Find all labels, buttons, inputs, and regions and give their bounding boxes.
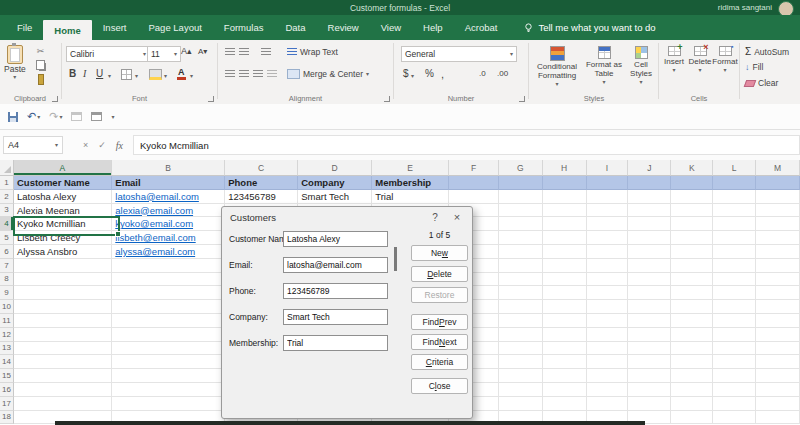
email-field[interactable] (283, 257, 388, 273)
fill-color-dropdown-icon[interactable]: ▾ (164, 73, 167, 79)
cell-B8[interactable] (112, 273, 225, 287)
cell-M11[interactable] (756, 314, 800, 328)
cell-G10[interactable] (499, 300, 543, 314)
tell-me-box[interactable]: Tell me what you want to do (524, 15, 655, 40)
cell-C2[interactable]: 123456789 (225, 190, 298, 204)
cell-G13[interactable] (499, 342, 543, 356)
cell-M10[interactable] (756, 300, 800, 314)
copy-icon[interactable] (36, 60, 45, 70)
cell-J16[interactable] (628, 383, 671, 397)
cell-M7[interactable] (756, 259, 800, 273)
row-header-5[interactable]: 5 (0, 231, 14, 245)
clipboard-dialog-launcher[interactable] (52, 96, 58, 102)
cell-F2[interactable] (449, 190, 499, 204)
cell-K6[interactable] (671, 245, 713, 259)
cell-F1[interactable] (449, 176, 499, 190)
column-header-D[interactable]: D (298, 160, 372, 176)
cell-L16[interactable] (713, 383, 756, 397)
tab-review[interactable]: Review (317, 15, 370, 40)
cell-I8[interactable] (587, 273, 629, 287)
align-left-icon[interactable] (225, 70, 235, 78)
cell-B13[interactable] (112, 342, 225, 356)
cell-H15[interactable] (543, 369, 587, 383)
cell-L18[interactable] (713, 411, 756, 425)
cell-J17[interactable] (628, 397, 671, 411)
decrease-font-icon[interactable]: A▾ (198, 47, 207, 56)
cell-E1[interactable]: Membership (372, 176, 449, 190)
column-header-C[interactable]: C (225, 160, 298, 176)
tab-acrobat[interactable]: Acrobat (454, 15, 509, 40)
row-header-8[interactable]: 8 (0, 273, 14, 287)
cell-H1[interactable] (543, 176, 587, 190)
cell-L9[interactable] (713, 286, 756, 300)
cell-J5[interactable] (628, 231, 671, 245)
cell-L5[interactable] (713, 231, 756, 245)
cell-G6[interactable] (499, 245, 543, 259)
cell-G15[interactable] (499, 369, 543, 383)
column-header-M[interactable]: M (756, 160, 800, 176)
cell-L12[interactable] (713, 328, 756, 342)
row-header-4[interactable]: 4 (0, 217, 14, 231)
cell-I1[interactable] (587, 176, 629, 190)
cell-M1[interactable] (756, 176, 800, 190)
cell-styles-button[interactable]: Cell Styles ▾ (625, 46, 657, 85)
cell-M8[interactable] (756, 273, 800, 287)
cell-I10[interactable] (587, 300, 629, 314)
cell-D2[interactable]: Smart Tech (298, 190, 372, 204)
criteria-button[interactable]: Criteria (411, 354, 468, 370)
cell-I13[interactable] (587, 342, 629, 356)
cell-K14[interactable] (671, 355, 713, 369)
cell-G14[interactable] (499, 355, 543, 369)
find-next-button[interactable]: Find Next (411, 334, 468, 350)
font-color-icon[interactable]: A (177, 68, 186, 80)
cell-K4[interactable] (671, 217, 713, 231)
cell-A16[interactable] (14, 383, 112, 397)
cell-L7[interactable] (713, 259, 756, 273)
cell-I2[interactable] (587, 190, 629, 204)
cell-I14[interactable] (587, 355, 629, 369)
font-size-select[interactable]: 11▾ (147, 46, 181, 62)
cell-J4[interactable] (628, 217, 671, 231)
cell-A17[interactable] (14, 397, 112, 411)
cell-A6[interactable]: Alyssa Ansbro (14, 245, 112, 259)
cell-B9[interactable] (112, 286, 225, 300)
comma-icon[interactable]: , (441, 68, 444, 80)
cell-A7[interactable] (14, 259, 112, 273)
row-header-10[interactable]: 10 (0, 300, 14, 314)
increase-decimal-icon[interactable]: .0 (479, 69, 486, 78)
cell-M4[interactable] (756, 217, 800, 231)
column-header-H[interactable]: H (543, 160, 587, 176)
cell-M15[interactable] (756, 369, 800, 383)
cell-J6[interactable] (628, 245, 671, 259)
cell-G12[interactable] (499, 328, 543, 342)
customize-qat-icon[interactable]: ▾ (111, 114, 114, 120)
merge-center-button[interactable]: Merge & Center ▾ (287, 69, 369, 79)
cell-B14[interactable] (112, 355, 225, 369)
cell-K16[interactable] (671, 383, 713, 397)
fill-button[interactable]: ↓ Fill (745, 62, 763, 72)
cell-J14[interactable] (628, 355, 671, 369)
cell-K10[interactable] (671, 300, 713, 314)
dialog-scrollbar[interactable] (394, 247, 397, 271)
column-header-J[interactable]: J (628, 160, 671, 176)
cell-J13[interactable] (628, 342, 671, 356)
cell-H9[interactable] (543, 286, 587, 300)
cell-G11[interactable] (499, 314, 543, 328)
cell-L11[interactable] (713, 314, 756, 328)
delete-cells-button[interactable]: × Delete ▾ (688, 46, 712, 73)
cell-A1[interactable]: Customer Name (14, 176, 112, 190)
cancel-icon[interactable]: × (83, 140, 88, 150)
cell-G16[interactable] (499, 383, 543, 397)
tab-file[interactable]: File (6, 15, 43, 40)
cell-J7[interactable] (628, 259, 671, 273)
decrease-indent-icon[interactable] (267, 70, 277, 78)
cell-M2[interactable] (756, 190, 800, 204)
cell-A12[interactable] (14, 328, 112, 342)
align-right-icon[interactable] (253, 70, 263, 78)
redo-button[interactable]: ↷▾ (49, 110, 62, 123)
tab-formulas[interactable]: Formulas (213, 15, 275, 40)
autosum-button[interactable]: Σ AutoSum (745, 46, 789, 57)
cell-K13[interactable] (671, 342, 713, 356)
cell-E2[interactable]: Trial (372, 190, 449, 204)
cell-B12[interactable] (112, 328, 225, 342)
